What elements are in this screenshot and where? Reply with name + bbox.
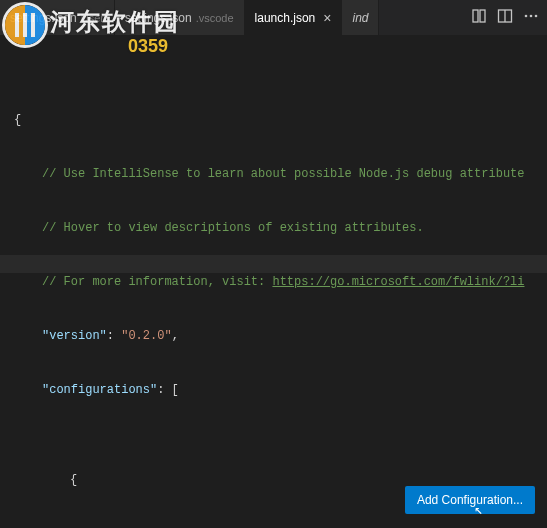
comment-line: // For more information, visit: — [42, 275, 272, 289]
add-configuration-button[interactable]: Add Configuration... — [405, 486, 535, 514]
docs-link[interactable]: https://go.microsoft.com/fwlink/?li — [272, 275, 524, 289]
json-key: "configurations" — [42, 383, 157, 397]
tab-dir: .vscode — [196, 12, 234, 24]
tab-settings-user[interactable]: settings.json User — [0, 0, 115, 35]
more-icon[interactable] — [523, 8, 539, 28]
svg-rect-1 — [480, 10, 485, 22]
comment-line: // Use IntelliSense to learn about possi… — [42, 167, 524, 181]
svg-point-5 — [530, 14, 533, 17]
current-line-highlight — [0, 255, 547, 273]
svg-point-6 — [535, 14, 538, 17]
comment-line: // Hover to view descriptions of existin… — [42, 221, 424, 235]
tab-filename: launch.json — [255, 11, 316, 25]
json-key: "version" — [42, 329, 107, 343]
svg-point-4 — [525, 14, 528, 17]
tab-dir: User — [81, 12, 104, 24]
compare-icon[interactable] — [471, 8, 487, 28]
tab-settings-vscode[interactable]: settings.json .vscode — [115, 0, 245, 35]
tab-actions — [471, 0, 547, 35]
tab-filename: settings.json — [125, 11, 192, 25]
close-icon[interactable]: × — [323, 10, 331, 26]
code-editor[interactable]: { // Use IntelliSense to learn about pos… — [0, 35, 547, 528]
editor-tab-bar: settings.json User settings.json .vscode… — [0, 0, 547, 35]
tab-filename: settings.json — [10, 11, 77, 25]
split-editor-icon[interactable] — [497, 8, 513, 28]
tab-launch-json[interactable]: launch.json × — [245, 0, 343, 35]
json-value: "0.2.0" — [121, 329, 171, 343]
tab-filename: ind — [352, 11, 368, 25]
tab-overflow[interactable]: ind — [342, 0, 379, 35]
mouse-cursor-icon: ↖ — [475, 501, 483, 518]
svg-rect-0 — [473, 10, 478, 22]
